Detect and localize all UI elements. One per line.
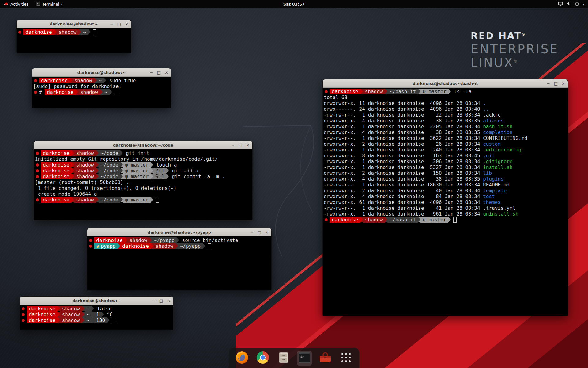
output-text: drwxrwxr-x. 4 darknoise darknoise 38 Jan… [324, 129, 483, 135]
dock-item-app-grid[interactable] [338, 351, 354, 366]
activities-label: Activities [10, 2, 28, 6]
git-branch-icon: ψ [423, 89, 428, 94]
rhel-watermark: RED HAT® ENTERPRISE LINUX® [471, 31, 559, 69]
close-button[interactable]: × [125, 22, 128, 26]
dock-item-toolbox[interactable] [318, 351, 333, 366]
rhel-enterprise-line: ENTERPRISE [471, 43, 559, 55]
powerline-separator-icon [58, 306, 60, 311]
powerline-separator-icon [151, 243, 153, 249]
terminal-window: darknoise@shadow:~/bash-it − □ × darknoi… [322, 79, 568, 315]
maximize-button[interactable]: □ [258, 230, 261, 235]
powerline-separator-icon [72, 150, 74, 156]
prompt-segment-host: shadow [60, 312, 82, 317]
chevron-down-icon[interactable]: ▾ [583, 2, 584, 6]
output-text: drwxrwxr-x. 2 darknoise darknoise 150 Ja… [324, 170, 483, 176]
output-text: drwx------. 24 darknoise darknoise 4096 … [324, 106, 483, 112]
terminal-output-line: drwxrwxr-x. 2 darknoise darknoise 150 Ja… [324, 170, 568, 176]
minimize-button[interactable]: − [150, 70, 153, 75]
dock-item-chrome[interactable] [255, 351, 270, 366]
activities-button[interactable]: Activities [0, 0, 32, 8]
terminal-content[interactable]: darknoiseshadow~/pyapp source bin/activa… [87, 236, 271, 290]
terminal-content[interactable]: darknoiseshadow~/code git initInitialize… [34, 149, 252, 220]
maximize-button[interactable]: □ [554, 81, 558, 86]
maximize-button[interactable]: □ [117, 22, 121, 26]
redhat-prompt-icon [22, 307, 25, 310]
prompt-segment-path: ~ [97, 78, 104, 83]
output-text: .travis.yml [483, 205, 515, 211]
close-button[interactable]: × [265, 230, 269, 235]
volume-icon[interactable] [566, 1, 571, 7]
terminal-output-line: drwxrwxr-x. 11 darknoise darknoise 4096 … [324, 100, 568, 106]
prompt-segment-host: shadow [363, 89, 385, 94]
close-button[interactable]: × [165, 70, 168, 75]
terminal-output-line: -rwxrwxr-x. 1 darknoise darknoise 961 Ja… [324, 211, 568, 217]
close-button[interactable]: × [562, 81, 565, 86]
powerline-separator-icon [120, 150, 123, 156]
powerline-separator-icon [104, 78, 106, 83]
directory-name: test [483, 194, 495, 199]
powerline-separator-icon [96, 162, 99, 167]
maximize-button[interactable]: □ [159, 298, 163, 303]
terminal-content[interactable]: darknoiseshadow~ [17, 28, 131, 53]
dock-item-firefox[interactable] [234, 351, 250, 366]
powerline-separator-icon [72, 168, 74, 173]
display-icon[interactable] [558, 1, 563, 7]
minimize-button[interactable]: − [547, 81, 550, 86]
power-icon[interactable] [575, 1, 579, 7]
system-tray[interactable]: ▾ [554, 0, 588, 8]
window-titlebar[interactable]: darknoise@shadow:~/pyapp − □ × [87, 228, 271, 236]
terminal-prompt-line: # darknoiseshadow~ [33, 89, 171, 95]
window-titlebar[interactable]: darknoise@shadow:~ − □ × [17, 20, 131, 28]
terminal-app-icon: $> [298, 351, 311, 366]
terminal-output-line: 1 file changed, 0 insertions(+), 0 delet… [35, 185, 252, 191]
directory-name: aliases [483, 118, 503, 124]
output-text: CONTRIBUTING.md [483, 135, 527, 141]
prompt-segment-path: ~/code [99, 150, 121, 156]
output-text: drwxrwxr-x. 4 darknoise darknoise 38 Jan… [324, 118, 483, 124]
terminal-output-line: drwxrwxr-x. 61 darknoise darknoise 4096 … [324, 199, 568, 205]
dock-item-files[interactable] [276, 351, 291, 366]
minimize-button[interactable]: − [110, 22, 113, 26]
output-text: drwxrwxr-x. 2 darknoise darknoise 26 Jan… [324, 141, 483, 147]
close-button[interactable]: × [167, 298, 170, 303]
powerline-separator-icon [54, 29, 57, 35]
close-button[interactable]: × [246, 143, 250, 148]
minimize-button[interactable]: − [152, 298, 155, 303]
prompt-segment-host: shadow [74, 168, 96, 174]
window-titlebar[interactable]: darknoise@shadow:~ − □ × [32, 68, 171, 77]
output-text: -rw-rw-r--. 1 darknoise darknoise 22 Jan… [324, 112, 483, 118]
svg-text:$>: $> [300, 355, 304, 358]
output-text: 1 file changed, 0 insertions(+), 0 delet… [35, 185, 176, 191]
minimize-button[interactable]: − [231, 143, 235, 148]
window-titlebar[interactable]: darknoise@shadow:~/code − □ × [34, 141, 252, 149]
terminal-content[interactable]: darknoiseshadow~ sudo true[sudo] passwor… [32, 77, 171, 108]
prompt-segment-host: shadow [153, 243, 175, 249]
terminal-output-line: -rwxrwxr-x. 1 darknoise darknoise 2205 J… [324, 124, 568, 129]
command-text: git commit -a -m . [169, 174, 225, 179]
minimize-button[interactable]: − [250, 230, 254, 235]
prompt-segment-host: shadow [74, 174, 96, 179]
terminal-cursor [208, 243, 211, 249]
powerline-separator-icon [88, 29, 91, 35]
window-titlebar[interactable]: darknoise@shadow:~/bash-it − □ × [323, 79, 568, 88]
output-text: drwxrwxr-x. 4 darknoise darknoise 38 Jan… [324, 176, 483, 182]
powerline-separator-icon [125, 237, 127, 243]
powerline-separator-icon [385, 89, 387, 94]
maximize-button[interactable]: □ [239, 143, 242, 148]
terminal-prompt-line: darknoiseshadow~/codeψ master [35, 197, 252, 203]
app-menu-terminal[interactable]: Terminal ▾ [32, 0, 66, 8]
app-menu-label: Terminal [42, 2, 59, 6]
output-text: .ackrc [483, 112, 501, 118]
dock-item-terminal[interactable]: $> [297, 351, 312, 366]
prompt-segment-host: shadow [74, 150, 96, 156]
powerline-separator-icon [72, 162, 74, 167]
terminal-content[interactable]: darknoiseshadow~ falsedarknoiseshadow~1 … [20, 305, 173, 330]
command-text: ls -la [451, 89, 471, 94]
terminal-content[interactable]: darknoiseshadow~/bash-itψ master ls -lat… [323, 88, 568, 316]
prompt-segment-path: ~/pyapp [152, 237, 177, 243]
maximize-button[interactable]: □ [157, 70, 161, 75]
executable-name: .gitignore [483, 159, 512, 164]
clock[interactable]: Sat 03:57 [283, 2, 305, 6]
prompt-segment-host: shadow [78, 89, 100, 95]
window-titlebar[interactable]: darknoise@shadow:~ − □ × [20, 297, 173, 305]
